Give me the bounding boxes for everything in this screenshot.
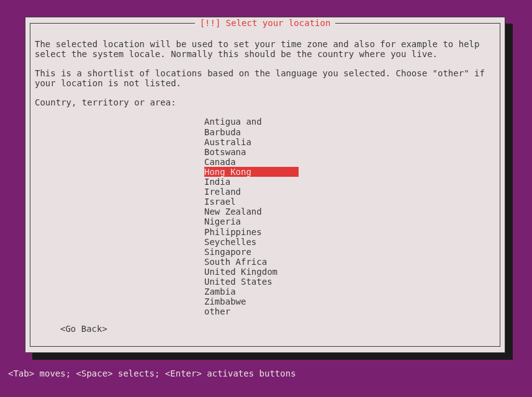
location-item[interactable]: Philippines bbox=[204, 227, 299, 237]
location-item[interactable]: Botswana bbox=[204, 147, 299, 157]
location-item[interactable]: Zambia bbox=[204, 287, 299, 297]
location-item[interactable]: United Kingdom bbox=[204, 267, 299, 277]
location-item[interactable]: South Africa bbox=[204, 257, 299, 267]
go-back-button[interactable]: <Go Back> bbox=[60, 324, 107, 334]
title-container: [!!] Select your location bbox=[25, 18, 505, 28]
location-item[interactable]: Canada bbox=[204, 157, 299, 167]
prompt-label: Country, territory or area: bbox=[35, 97, 495, 107]
dialog-content: The selected location will be used to se… bbox=[35, 39, 495, 316]
location-item[interactable]: Australia bbox=[204, 137, 299, 147]
location-list[interactable]: Antigua and BarbudaAustraliaBotswanaCana… bbox=[204, 117, 495, 316]
dialog: [!!] Select your location The selected l… bbox=[25, 17, 505, 353]
location-item[interactable]: India bbox=[204, 177, 299, 187]
help-text-2: This is a shortlist of locations based o… bbox=[35, 68, 495, 88]
location-item[interactable]: Seychelles bbox=[204, 237, 299, 247]
location-item[interactable]: Nigeria bbox=[204, 216, 299, 226]
location-item[interactable]: New Zealand bbox=[204, 207, 299, 216]
location-item[interactable]: Zimbabwe bbox=[204, 297, 299, 306]
location-item[interactable]: Hong Kong bbox=[204, 167, 299, 177]
help-text-1: The selected location will be used to se… bbox=[35, 39, 495, 59]
location-item[interactable]: Singapore bbox=[204, 247, 299, 257]
location-item[interactable]: other bbox=[204, 306, 299, 316]
location-item[interactable]: Antigua and Barbuda bbox=[204, 117, 299, 136]
footer-hints: <Tab> moves; <Space> selects; <Enter> ac… bbox=[8, 368, 296, 378]
location-item[interactable]: Israel bbox=[204, 197, 299, 207]
location-item[interactable]: Ireland bbox=[204, 187, 299, 197]
location-item[interactable]: United States bbox=[204, 277, 299, 287]
dialog-title: [!!] Select your location bbox=[195, 18, 336, 28]
